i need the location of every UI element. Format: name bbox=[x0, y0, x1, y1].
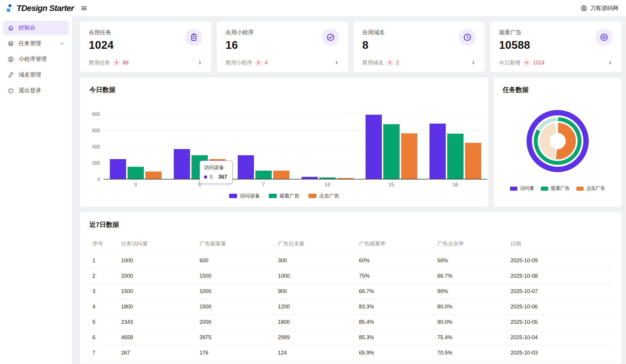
sidebar-item-4[interactable]: 域名管理 bbox=[3, 68, 69, 82]
table-cell: 2000 bbox=[197, 315, 275, 330]
stat-card-2[interactable]: 在用小程序 16 禁用小程序 4 bbox=[217, 21, 348, 72]
column-header-日期: 日期 bbox=[508, 235, 612, 253]
stat-footer-label: 禁用小程序 bbox=[226, 59, 252, 66]
y-axis-tick: 600 bbox=[92, 128, 100, 133]
legend-label: 访问设备 bbox=[240, 192, 260, 199]
bar-访问设备-5[interactable] bbox=[174, 149, 190, 179]
bar-chart-y-axis: 0200400600800 bbox=[89, 114, 104, 179]
user-name: 刀客源码网 bbox=[590, 4, 618, 12]
table-cell: 1200 bbox=[275, 299, 356, 315]
sidebar: 控制台任务管理小程序管理域名管理退出登录 bbox=[0, 16, 72, 364]
sidebar-item-5[interactable]: 退出登录 bbox=[3, 83, 69, 98]
bar-点击广告-3[interactable] bbox=[145, 172, 162, 179]
legend-label: 观看广告 bbox=[551, 185, 570, 192]
table-cell: 2025-10-08 bbox=[508, 268, 612, 284]
bar-观看广告-15[interactable] bbox=[383, 124, 400, 179]
table-cell: 1500 bbox=[118, 284, 197, 299]
table-cell: 3975 bbox=[197, 330, 275, 345]
table-row: 523432000180085.4%90.0%2025-10-05 bbox=[89, 315, 612, 330]
table-cell: 4658 bbox=[118, 330, 197, 345]
power-icon bbox=[7, 87, 14, 94]
bar-观看广告-16[interactable] bbox=[447, 134, 464, 179]
stat-card-4[interactable]: 观看广告 10588 今日新增 1024 bbox=[490, 21, 622, 72]
table-cell: 2000 bbox=[118, 268, 197, 284]
donut-chart-legend: 访问量观看广告点击广告 bbox=[503, 185, 613, 192]
sidebar-item-label: 退出登录 bbox=[19, 87, 41, 94]
table-row: 646583975299985.3%75.4%2025-10-04 bbox=[89, 330, 612, 345]
menu-toggle-button[interactable] bbox=[81, 5, 88, 12]
bar-点击广告-16[interactable] bbox=[465, 143, 481, 179]
stat-card-1[interactable]: 在用任务 1024 禁用任务 88 bbox=[80, 21, 211, 72]
bar-访问设备-7[interactable] bbox=[238, 155, 254, 179]
legend-label: 点击广告 bbox=[319, 192, 339, 199]
table-cell: 1 bbox=[89, 253, 118, 268]
stat-footer-value: 1024 bbox=[533, 60, 545, 66]
bar-访问设备-3[interactable] bbox=[110, 159, 126, 179]
table-cell: 1800 bbox=[275, 315, 356, 330]
column-header-任务访问量: 任务访问量 bbox=[118, 235, 197, 253]
bar-访问设备-14[interactable] bbox=[302, 177, 318, 179]
donut-chart[interactable] bbox=[503, 110, 613, 172]
chevron-right-icon[interactable] bbox=[471, 60, 476, 65]
app-logo[interactable]: TDesign Starter bbox=[6, 4, 74, 13]
stat-label: 观看广告 bbox=[499, 29, 530, 36]
table-cell: 5 bbox=[89, 315, 118, 330]
chevron-right-icon[interactable] bbox=[334, 60, 339, 65]
tooltip-series-dot bbox=[204, 175, 207, 179]
stat-label: 在用小程序 bbox=[226, 29, 254, 36]
donut-chart-title: 任务数据 bbox=[503, 85, 613, 94]
table-cell: 2025-10-04 bbox=[508, 330, 612, 345]
stat-value: 8 bbox=[362, 39, 385, 51]
tooltip-value: 367 bbox=[218, 174, 227, 180]
sidebar-item-1[interactable]: 控制台 bbox=[3, 21, 69, 35]
sidebar-item-label: 控制台 bbox=[19, 24, 36, 32]
app-title: TDesign Starter bbox=[17, 4, 74, 13]
legend-item-访问量[interactable]: 访问量 bbox=[510, 185, 534, 192]
legend-item-访问设备[interactable]: 访问设备 bbox=[229, 192, 260, 199]
bar-观看广告-7[interactable] bbox=[255, 171, 272, 179]
legend-label: 点击广告 bbox=[586, 185, 605, 192]
stat-card-3[interactable]: 在用域名 8 禁用域名 2 bbox=[353, 21, 485, 72]
stat-value: 16 bbox=[226, 39, 254, 51]
bar-点击广告-15[interactable] bbox=[401, 133, 417, 179]
bar-访问设备-15[interactable] bbox=[366, 115, 382, 179]
stat-value: 10588 bbox=[499, 39, 530, 51]
recent-7days-card: 近7日数据 序号任务访问量广告观看量广告点击量广告观看率广告点击率日期 1100… bbox=[80, 212, 622, 364]
legend-swatch bbox=[576, 187, 584, 191]
bar-点击广告-7[interactable] bbox=[273, 171, 289, 179]
table-cell: 900 bbox=[275, 284, 356, 299]
stat-footer-label: 禁用任务 bbox=[89, 59, 110, 66]
y-axis-tick: 400 bbox=[92, 144, 100, 150]
sidebar-item-label: 任务管理 bbox=[19, 40, 41, 47]
table-cell: 1500 bbox=[197, 268, 275, 284]
legend-item-观看广告[interactable]: 观看广告 bbox=[541, 185, 570, 192]
table-cell: 2025-10-09 bbox=[508, 253, 612, 268]
legend-item-点击广告[interactable]: 点击广告 bbox=[576, 185, 605, 192]
table-cell: 66.7% bbox=[356, 284, 435, 299]
table-row: 418001500120083.3%80.0%2025-10-06 bbox=[89, 299, 612, 315]
table-cell: 50% bbox=[435, 253, 508, 268]
y-axis-tick: 800 bbox=[92, 112, 100, 117]
table-cell: 1000 bbox=[118, 253, 197, 268]
table-cell: 65.9% bbox=[356, 345, 435, 361]
bar-观看广告-3[interactable] bbox=[128, 167, 144, 179]
table-cell: 1000 bbox=[275, 268, 356, 284]
table-cell: 70.5% bbox=[435, 345, 508, 361]
bar-访问设备-16[interactable] bbox=[429, 124, 446, 179]
table-body: 1100060030060%50%2025-10-092200015001000… bbox=[89, 253, 612, 361]
bar-观看广告-14[interactable] bbox=[319, 177, 336, 179]
bar-点击广告-14[interactable] bbox=[337, 178, 353, 179]
chevron-right-icon[interactable] bbox=[607, 60, 613, 65]
table-cell: 83.3% bbox=[356, 299, 435, 315]
y-axis-tick: 0 bbox=[97, 177, 100, 182]
legend-item-观看广告[interactable]: 观看广告 bbox=[269, 192, 300, 199]
table-header: 序号任务访问量广告观看量广告点击量广告观看率广告点击率日期 bbox=[89, 235, 612, 253]
legend-item-点击广告[interactable]: 点击广告 bbox=[308, 192, 339, 199]
user-menu[interactable]: 刀客源码网 bbox=[580, 4, 618, 12]
table-row: 1100060030060%50%2025-10-09 bbox=[89, 253, 612, 268]
table-cell: 2999 bbox=[275, 330, 356, 345]
bar-chart-legend: 访问设备观看广告点击广告 bbox=[89, 192, 479, 199]
chevron-right-icon[interactable] bbox=[197, 60, 202, 65]
sidebar-item-2[interactable]: 任务管理 bbox=[3, 36, 69, 51]
sidebar-item-3[interactable]: 小程序管理 bbox=[3, 52, 69, 66]
